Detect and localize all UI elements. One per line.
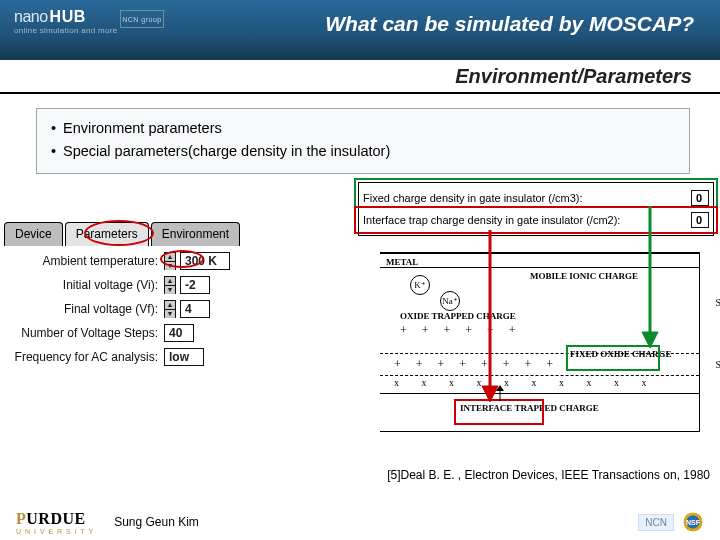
ncn-footer-badge: NCN bbox=[638, 514, 674, 531]
tab-parameters[interactable]: Parameters bbox=[65, 222, 149, 246]
citation-text: [5]Deal B. E. , Electron Devices, IEEE T… bbox=[387, 468, 710, 482]
tab-device[interactable]: Device bbox=[4, 222, 63, 246]
final-voltage-label: Final voltage (Vf): bbox=[4, 302, 164, 316]
ncn-group-badge: NCN group bbox=[120, 10, 164, 28]
tab-environment[interactable]: Environment bbox=[151, 222, 240, 246]
logo-prefix: nano bbox=[14, 8, 48, 26]
ambient-temp-stepper[interactable]: ▲▼ bbox=[164, 252, 176, 270]
purdue-logo: PURDUE U N I V E R S I T Y bbox=[16, 510, 94, 535]
ambient-temp-label: Ambient temperature: bbox=[4, 254, 164, 268]
voltage-steps-label: Number of Voltage Steps: bbox=[4, 326, 164, 340]
green-arrow-fixed-icon bbox=[620, 206, 680, 360]
initial-voltage-label: Initial voltage (Vi): bbox=[4, 278, 164, 292]
diagram-metal-label: METAL bbox=[386, 257, 418, 267]
purdue-p: P bbox=[16, 510, 26, 527]
parameter-panel: Device Parameters Environment Ambient te… bbox=[4, 222, 349, 366]
initial-voltage-input[interactable]: -2 bbox=[180, 276, 210, 294]
interface-trap-input[interactable]: 0 bbox=[691, 212, 709, 228]
bullet-panel: •Environment parameters •Special paramet… bbox=[36, 108, 690, 174]
bullet-item: •Environment parameters bbox=[51, 117, 675, 140]
interface-x-row: x x x x x x x x x x bbox=[394, 377, 657, 388]
initial-voltage-stepper[interactable]: ▲▼ bbox=[164, 276, 176, 294]
bullet-text: Environment parameters bbox=[63, 117, 222, 140]
na-ion-icon: Na⁺ bbox=[440, 291, 460, 311]
fixed-charge-label: Fixed charge density in gate insulator (… bbox=[363, 192, 687, 204]
tab-bar: Device Parameters Environment bbox=[4, 222, 349, 246]
author-name: Sung Geun Kim bbox=[114, 515, 199, 529]
final-voltage-input[interactable]: 4 bbox=[180, 300, 210, 318]
purdue-university-label: U N I V E R S I T Y bbox=[16, 528, 94, 535]
bullet-text: Special parameters(charge density in the… bbox=[63, 140, 390, 163]
ac-frequency-input[interactable]: low bbox=[164, 348, 204, 366]
final-voltage-stepper[interactable]: ▲▼ bbox=[164, 300, 176, 318]
slide-title: What can be simulated by MOSCAP? bbox=[325, 12, 694, 36]
siox-label: SiOₓ bbox=[715, 359, 720, 370]
footer-right: NCN NSF bbox=[638, 511, 704, 533]
ac-frequency-label: Frequency for AC analysis: bbox=[4, 350, 164, 364]
footer-left: PURDUE U N I V E R S I T Y Sung Geun Kim bbox=[16, 510, 199, 535]
slide-footer: PURDUE U N I V E R S I T Y Sung Geun Kim… bbox=[0, 504, 720, 540]
purdue-rest: URDUE bbox=[26, 510, 85, 527]
red-arrow-interface-icon bbox=[460, 230, 520, 414]
content-area: Device Parameters Environment Ambient te… bbox=[0, 182, 720, 482]
ambient-temp-input[interactable]: 300 K bbox=[180, 252, 230, 270]
slide-header: nano HUB online simulation and more NCN … bbox=[0, 0, 720, 60]
nsf-logo-icon: NSF bbox=[682, 511, 704, 533]
voltage-steps-input[interactable]: 40 bbox=[164, 324, 194, 342]
svg-marker-2 bbox=[642, 332, 658, 348]
bullet-item: •Special parameters(charge density in th… bbox=[51, 140, 675, 163]
subheader-title: Environment/Parameters bbox=[455, 65, 692, 88]
logo-suffix: HUB bbox=[48, 8, 88, 26]
svg-marker-1 bbox=[482, 386, 498, 402]
sio2-label: SiO₂ bbox=[715, 297, 720, 308]
nanohub-logo: nano HUB bbox=[14, 8, 88, 26]
parameter-form: Ambient temperature: ▲▼ 300 K Initial vo… bbox=[4, 252, 349, 366]
logo-tagline: online simulation and more bbox=[14, 26, 117, 35]
fixed-charge-input[interactable]: 0 bbox=[691, 190, 709, 206]
slide-subheader: Environment/Parameters bbox=[0, 60, 720, 94]
k-ion-icon: K⁺ bbox=[410, 275, 430, 295]
